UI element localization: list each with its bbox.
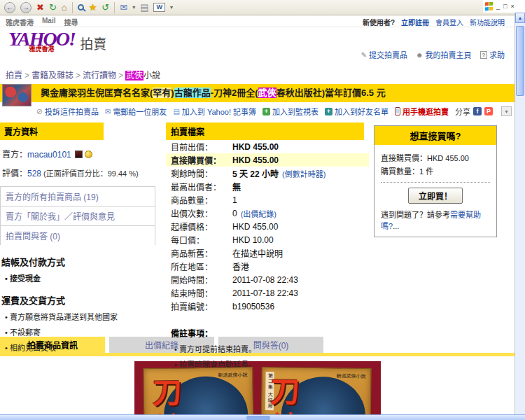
forward-icon[interactable]: → [20, 2, 31, 13]
history-icon[interactable]: ↺ [102, 2, 109, 13]
word-dropdown-icon[interactable]: ▾ [170, 4, 173, 10]
vertical-scrollbar-thumb[interactable] [516, 26, 524, 96]
auction-row-start-price: 起標價格： HKD 455.00 [166, 220, 369, 233]
breadcrumb-leaf-novel[interactable]: 小說 [144, 71, 160, 80]
restore-button[interactable]: □ [503, 3, 507, 10]
report-item-link[interactable]: ⊘ 投訴這件拍賣品 [36, 106, 99, 117]
main-columns: 賣方資料 賣方：macau0101 評價：528(正面評價百分比：99.44 %… [0, 120, 514, 331]
field-value: 2011-07-18 22:43 [232, 288, 298, 298]
buy-now-box: 想直接買嗎? 直接購買價：HKD 455.00 購買數量：1 件 立即買！ 遇到… [374, 125, 497, 237]
bid-history-link[interactable]: (出價紀錄) [241, 208, 276, 219]
add-to-watchlist-link[interactable]: + 加入到監視表 [262, 106, 318, 117]
product-photo: 新派武俠小說 刀 神 新派武俠小說 第二集 大結局 刀 神 [134, 361, 381, 420]
breadcrumb-link-popular[interactable]: 流行讀物 [83, 71, 116, 80]
notes-header: 備註事項： [171, 327, 376, 339]
buy-now-price-row: 直接購買價：HKD 455.00 [381, 152, 490, 163]
submit-item-link[interactable]: ✎ 提交拍賣品 [361, 49, 407, 60]
listing-title-bar: 興金庸梁羽生倪匡齊名名家(罕有)古龍作品-刀神2冊全(武俠春秋出版社)當年訂價6… [0, 84, 514, 102]
help-prefix: 遇到問題了？請參考 [381, 211, 450, 219]
buy-now-button[interactable]: 立即買！ [408, 188, 463, 204]
add-to-friends-link[interactable]: + 加入到好友名單 [325, 106, 388, 117]
add-to-notepad-link[interactable]: ▤ 加入到 Yahoo! 記事簿 [173, 106, 256, 117]
report-icon: ⊘ [36, 107, 43, 116]
plus-person-icon: + [325, 108, 332, 115]
field-value: b19050536 [232, 302, 274, 312]
book-cover-right: 新派武俠小說 第二集 大結局 刀 神 [260, 367, 371, 420]
title-segment: 春秋出版社)當年訂價6.5 元 [276, 88, 386, 98]
mail-dropdown-icon[interactable]: ▾ [132, 4, 135, 10]
auction-panel-header: 拍賣檔案 [166, 122, 364, 140]
listing-thumbnail [2, 84, 31, 106]
close-button[interactable]: × [510, 3, 514, 10]
page-content: 雅虎香港 Mail 搜尋 新使用者? 立即註冊 會員登入 新功能說明 YAHOO… [0, 15, 514, 420]
payment-item: 接受現金 [5, 272, 160, 284]
favorites-icon[interactable]: ★ [89, 2, 97, 13]
rating-value-link[interactable]: 528 [27, 169, 41, 178]
rating-medal-icon [85, 150, 92, 158]
register-link[interactable]: 立即註冊 [401, 17, 429, 27]
nav-link-mail[interactable]: Mail [42, 17, 55, 27]
field-value: 2011-07-08 22:43 [232, 275, 298, 285]
my-auction-page-label: 我的拍賣主頁 [426, 49, 472, 60]
phone-icon [395, 107, 400, 115]
nav-link-yahoo-hk[interactable]: 雅虎香港 [6, 17, 34, 27]
field-label: 所在地區： [171, 260, 232, 272]
email-friend-label: 電郵給一位朋友 [113, 106, 167, 117]
facebook-icon[interactable]: f [473, 107, 482, 115]
field-value: 0 [232, 209, 237, 218]
breadcrumb-highlight-wuxia[interactable]: 武俠 [125, 71, 144, 80]
windows-logo-icon [485, 2, 493, 11]
scroll-up-arrow[interactable]: ▲ [515, 13, 525, 23]
horizontal-scrollbar[interactable] [0, 414, 525, 420]
title-segment-highlight-magenta: 武俠 [258, 88, 276, 98]
search-icon[interactable] [78, 4, 84, 10]
home-icon[interactable]: ⌂ [62, 2, 67, 13]
whats-new-link[interactable]: 新功能說明 [470, 17, 505, 27]
field-label: 最高出價者： [171, 181, 232, 192]
payment-header: 結帳及付款方式 [1, 255, 160, 268]
cover-series-text: 新派武俠小說 [218, 371, 247, 379]
pencil-icon: ✎ [361, 51, 367, 59]
field-value: HKD 455.00 [232, 222, 278, 232]
stop-icon[interactable]: ✖ [36, 2, 44, 13]
mail-icon[interactable]: ✉ [120, 2, 127, 13]
share-dropdown-icon[interactable]: ▾ [501, 106, 512, 116]
nav-link-search[interactable]: 搜尋 [64, 17, 78, 27]
toolbar-divider [72, 2, 73, 13]
field-value: 在描述中說明 [232, 247, 283, 259]
new-user-text: 新使用者? [363, 17, 395, 27]
note-item: 賣方可提前結束拍賣。 [174, 343, 376, 354]
minimize-button[interactable]: _ [496, 3, 500, 10]
breadcrumb-separator: > [118, 71, 123, 80]
vertical-scrollbar[interactable]: ▲ [514, 13, 525, 414]
title-segment: 興金庸梁羽生倪匡齊名名家( [41, 88, 153, 98]
yahoo-logo[interactable]: YAHOO! 雅虎香港 [8, 29, 75, 53]
countdown-timer-link[interactable]: (倒數計時器) [282, 168, 326, 179]
mobile-auction-link[interactable]: 用手機逛拍賣 [395, 106, 449, 117]
word-edit-icon[interactable]: W [153, 3, 165, 12]
plurk-icon[interactable]: P [484, 107, 493, 115]
refresh-icon[interactable]: ↻ [49, 2, 57, 13]
auction-panel: 拍賣檔案 目前出價： HKD 455.00 直接購買價： HKD 455.00 … [166, 122, 376, 370]
breadcrumb-separator: > [24, 71, 29, 80]
seller-all-items-link[interactable]: 賣方的所有拍賣商品 (19) [0, 186, 155, 206]
help-link[interactable]: ? 求助 [480, 49, 505, 60]
seller-panel-header: 賣方資料 [0, 122, 104, 140]
field-label: 直接購買價： [171, 154, 232, 166]
shipping-item: 不設郵寄 [5, 326, 160, 337]
breadcrumb: 拍賣>書籍及雜誌>流行讀物>武俠小說 [0, 62, 514, 84]
seller-about-me-link[interactable]: 賣方「關於我」／評價與意見 [0, 206, 155, 225]
print-icon[interactable]: ▤ [140, 2, 148, 13]
field-label: 商品數量： [171, 194, 232, 206]
horizontal-scrollbar-thumb[interactable] [246, 416, 270, 420]
breadcrumb-link-auction[interactable]: 拍賣 [6, 71, 22, 80]
field-value: 香港 [232, 260, 249, 272]
login-link[interactable]: 會員登入 [435, 17, 463, 27]
field-value: HKD 455.00 [232, 142, 279, 152]
back-icon[interactable]: ← [4, 2, 15, 13]
seller-name-link[interactable]: macau0101 [27, 150, 71, 160]
auction-qna-link[interactable]: 拍賣問與答 (0) [0, 225, 155, 245]
breadcrumb-link-books[interactable]: 書籍及雜誌 [31, 71, 74, 80]
email-friend-link[interactable]: ✉ 電郵給一位朋友 [105, 106, 167, 117]
my-auction-page-link[interactable]: ☻ 我的拍賣主頁 [416, 49, 472, 60]
